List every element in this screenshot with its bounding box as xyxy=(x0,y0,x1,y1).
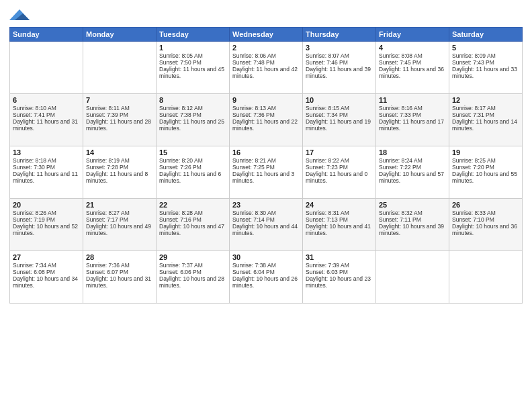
sunrise-text: Sunrise: 8:21 AM xyxy=(232,157,300,164)
calendar-cell: 13Sunrise: 8:18 AMSunset: 7:30 PMDayligh… xyxy=(10,146,83,199)
sunrise-text: Sunrise: 7:34 AM xyxy=(13,262,80,269)
calendar-cell: 16Sunrise: 8:21 AMSunset: 7:25 PMDayligh… xyxy=(230,146,303,199)
sunrise-text: Sunrise: 8:10 AM xyxy=(13,105,80,111)
sunset-text: Sunset: 7:46 PM xyxy=(306,59,373,66)
calendar-cell: 27Sunrise: 7:34 AMSunset: 6:08 PMDayligh… xyxy=(10,251,83,304)
day-number: 24 xyxy=(306,201,373,209)
weekday-row: SundayMondayTuesdayWednesdayThursdayFrid… xyxy=(10,28,523,42)
day-number: 14 xyxy=(86,148,153,156)
calendar-cell: 3Sunrise: 8:07 AMSunset: 7:46 PMDaylight… xyxy=(303,42,376,94)
logo xyxy=(9,7,32,23)
calendar-cell: 25Sunrise: 8:32 AMSunset: 7:11 PMDayligh… xyxy=(376,199,449,251)
sunrise-text: Sunrise: 8:16 AM xyxy=(379,105,446,111)
daylight-text: Daylight: 11 hours and 42 minutes. xyxy=(232,66,300,79)
daylight-text: Daylight: 11 hours and 25 minutes. xyxy=(159,118,226,132)
calendar-cell: 9Sunrise: 8:13 AMSunset: 7:36 PMDaylight… xyxy=(230,94,303,146)
calendar-cell: 26Sunrise: 8:33 AMSunset: 7:10 PMDayligh… xyxy=(449,199,523,251)
daylight-text: Daylight: 11 hours and 0 minutes. xyxy=(306,171,373,184)
sunrise-text: Sunrise: 8:31 AM xyxy=(306,210,373,216)
day-number: 31 xyxy=(306,253,373,261)
week-row-2: 6Sunrise: 8:10 AMSunset: 7:41 PMDaylight… xyxy=(10,94,523,146)
day-number: 21 xyxy=(86,201,153,209)
sunrise-text: Sunrise: 8:19 AM xyxy=(86,157,153,164)
sunset-text: Sunset: 6:07 PM xyxy=(86,269,153,275)
sunrise-text: Sunrise: 8:18 AM xyxy=(13,157,80,164)
calendar-cell: 5Sunrise: 8:09 AMSunset: 7:43 PMDaylight… xyxy=(449,42,523,94)
calendar-cell: 23Sunrise: 8:30 AMSunset: 7:14 PMDayligh… xyxy=(230,199,303,251)
daylight-text: Daylight: 10 hours and 39 minutes. xyxy=(379,223,446,236)
day-number: 25 xyxy=(379,201,446,209)
day-number: 16 xyxy=(232,148,300,156)
weekday-header-saturday: Saturday xyxy=(449,28,523,42)
daylight-text: Daylight: 11 hours and 8 minutes. xyxy=(86,171,153,184)
daylight-text: Daylight: 10 hours and 52 minutes. xyxy=(13,223,80,236)
day-number: 22 xyxy=(159,201,226,209)
daylight-text: Daylight: 10 hours and 28 minutes. xyxy=(159,275,226,289)
sunset-text: Sunset: 7:10 PM xyxy=(452,216,519,223)
day-number: 28 xyxy=(86,253,153,261)
weekday-header-thursday: Thursday xyxy=(303,28,376,42)
sunrise-text: Sunrise: 8:33 AM xyxy=(452,210,519,216)
calendar-header: SundayMondayTuesdayWednesdayThursdayFrid… xyxy=(10,28,523,42)
calendar-cell: 8Sunrise: 8:12 AMSunset: 7:38 PMDaylight… xyxy=(157,94,230,146)
sunset-text: Sunset: 7:34 PM xyxy=(306,111,373,118)
daylight-text: Daylight: 11 hours and 11 minutes. xyxy=(13,171,80,184)
day-number: 3 xyxy=(306,44,373,52)
calendar-cell: 17Sunrise: 8:22 AMSunset: 7:23 PMDayligh… xyxy=(303,146,376,199)
calendar-cell: 2Sunrise: 8:06 AMSunset: 7:48 PMDaylight… xyxy=(230,42,303,94)
sunset-text: Sunset: 7:22 PM xyxy=(379,164,446,171)
day-number: 2 xyxy=(232,44,300,52)
day-number: 4 xyxy=(379,44,446,52)
sunset-text: Sunset: 7:36 PM xyxy=(232,111,300,118)
calendar-cell: 4Sunrise: 8:08 AMSunset: 7:45 PMDaylight… xyxy=(376,42,449,94)
main-container: SundayMondayTuesdayWednesdayThursdayFrid… xyxy=(0,0,532,309)
sunset-text: Sunset: 7:20 PM xyxy=(452,164,519,171)
sunrise-text: Sunrise: 8:27 AM xyxy=(86,210,153,216)
sunrise-text: Sunrise: 8:15 AM xyxy=(306,105,373,111)
calendar-cell xyxy=(449,251,523,304)
calendar-cell: 19Sunrise: 8:25 AMSunset: 7:20 PMDayligh… xyxy=(449,146,523,199)
sunrise-text: Sunrise: 8:28 AM xyxy=(159,210,226,216)
sunset-text: Sunset: 7:23 PM xyxy=(306,164,373,171)
sunrise-text: Sunrise: 8:32 AM xyxy=(379,210,446,216)
sunrise-text: Sunrise: 8:20 AM xyxy=(159,157,226,164)
day-number: 19 xyxy=(452,148,519,156)
sunset-text: Sunset: 6:06 PM xyxy=(159,269,226,275)
daylight-text: Daylight: 11 hours and 45 minutes. xyxy=(159,66,226,79)
day-number: 17 xyxy=(306,148,373,156)
day-number: 29 xyxy=(159,253,226,261)
day-number: 27 xyxy=(13,253,80,261)
sunrise-text: Sunrise: 8:26 AM xyxy=(13,210,80,216)
calendar-cell: 10Sunrise: 8:15 AMSunset: 7:34 PMDayligh… xyxy=(303,94,376,146)
daylight-text: Daylight: 11 hours and 19 minutes. xyxy=(306,118,373,132)
sunset-text: Sunset: 7:17 PM xyxy=(86,216,153,223)
sunset-text: Sunset: 6:08 PM xyxy=(13,269,80,275)
day-number: 13 xyxy=(13,148,80,156)
sunset-text: Sunset: 7:45 PM xyxy=(379,59,446,66)
daylight-text: Daylight: 10 hours and 34 minutes. xyxy=(13,275,80,289)
calendar-cell: 7Sunrise: 8:11 AMSunset: 7:39 PMDaylight… xyxy=(83,94,157,146)
calendar-cell: 30Sunrise: 7:38 AMSunset: 6:04 PMDayligh… xyxy=(230,251,303,304)
sunrise-text: Sunrise: 8:06 AM xyxy=(232,52,300,59)
weekday-header-monday: Monday xyxy=(83,28,157,42)
calendar-table: SundayMondayTuesdayWednesdayThursdayFrid… xyxy=(9,27,523,304)
calendar-cell: 21Sunrise: 8:27 AMSunset: 7:17 PMDayligh… xyxy=(83,199,157,251)
daylight-text: Daylight: 11 hours and 17 minutes. xyxy=(379,118,446,132)
daylight-text: Daylight: 11 hours and 33 minutes. xyxy=(452,66,519,79)
daylight-text: Daylight: 10 hours and 26 minutes. xyxy=(232,275,300,289)
daylight-text: Daylight: 10 hours and 23 minutes. xyxy=(306,275,373,289)
sunrise-text: Sunrise: 8:05 AM xyxy=(159,52,226,59)
sunset-text: Sunset: 7:16 PM xyxy=(159,216,226,223)
day-number: 18 xyxy=(379,148,446,156)
sunrise-text: Sunrise: 8:25 AM xyxy=(452,157,519,164)
day-number: 1 xyxy=(159,44,226,52)
day-number: 8 xyxy=(159,96,226,104)
daylight-text: Daylight: 11 hours and 3 minutes. xyxy=(232,171,300,184)
weekday-header-sunday: Sunday xyxy=(10,28,83,42)
sunrise-text: Sunrise: 8:24 AM xyxy=(379,157,446,164)
day-number: 30 xyxy=(232,253,300,261)
header xyxy=(9,7,523,23)
sunset-text: Sunset: 7:28 PM xyxy=(86,164,153,171)
daylight-text: Daylight: 10 hours and 31 minutes. xyxy=(86,275,153,289)
day-number: 10 xyxy=(306,96,373,104)
